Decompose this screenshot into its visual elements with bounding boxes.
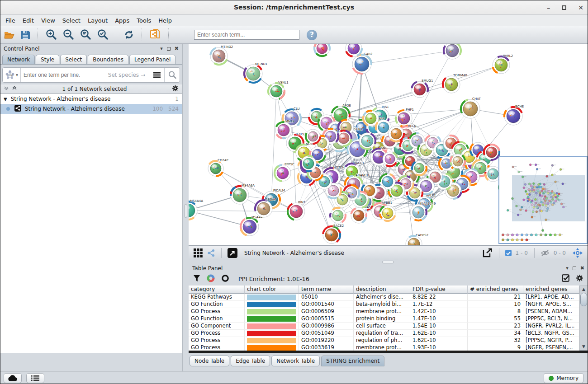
menu-file[interactable]: File	[2, 16, 19, 25]
selected-checkbox-icon[interactable]	[505, 250, 512, 256]
tree-expand-icon[interactable]: ▼	[4, 97, 7, 102]
table-row[interactable]: GO FunctionGO:0001540beta-amyloid bi...1…	[189, 301, 579, 308]
network-node[interactable]	[301, 156, 316, 171]
table-row[interactable]: GO ProcessGO:0033619membrane prot...1.93…	[189, 344, 579, 351]
zoom-out-icon[interactable]	[62, 28, 75, 41]
tab-select[interactable]: Select	[60, 55, 87, 64]
tab-boundaries[interactable]: Boundaries	[88, 55, 128, 64]
share-view-icon[interactable]	[207, 249, 215, 257]
grid-view-icon[interactable]	[194, 248, 203, 258]
network-node[interactable]: VSNL1	[268, 81, 289, 99]
column-header--enriched-genes[interactable]: # enriched genes	[468, 286, 523, 294]
table-row[interactable]: GO ProcessGO:0006509membrane prot...1.42…	[189, 308, 579, 315]
network-node[interactable]	[346, 44, 362, 56]
column-header-FDR-p-value[interactable]: FDR p-value	[410, 286, 468, 294]
splitter-grip[interactable]	[382, 261, 394, 263]
column-header-description[interactable]: description	[354, 286, 410, 294]
scrollbar-thumb[interactable]	[580, 293, 587, 306]
birds-eye-view[interactable]	[498, 156, 588, 244]
panel-float-icon[interactable]	[167, 47, 171, 51]
network-node[interactable]	[314, 44, 330, 56]
search-input[interactable]	[194, 30, 299, 40]
memory-button[interactable]: Memory	[544, 373, 583, 383]
scroll-up-icon[interactable]: ▲	[582, 286, 585, 293]
table-row[interactable]: GO ComponentGO:0009986cell surface1.54E-…	[189, 323, 579, 330]
pie-chart-icon[interactable]	[207, 274, 215, 284]
menu-tools[interactable]: Tools	[133, 16, 155, 25]
vertical-splitter[interactable]	[183, 44, 189, 371]
string-search-icon[interactable]	[164, 68, 180, 82]
network-node[interactable]: BCHE	[504, 105, 524, 125]
help-icon[interactable]: ?	[307, 30, 317, 40]
network-node[interactable]: SMUG1	[412, 79, 433, 98]
collapse-all-icon[interactable]	[4, 85, 9, 92]
table-vertical-scrollbar[interactable]: ▲ ▼	[579, 286, 588, 351]
set-species-label[interactable]: Set species →	[108, 72, 145, 78]
zoom-in-icon[interactable]	[45, 28, 57, 41]
column-header-enriched-genes[interactable]: enriched genes	[523, 286, 579, 294]
pan-compass-icon[interactable]	[572, 248, 583, 258]
network-node[interactable]: EFNA5	[351, 206, 371, 223]
network-node[interactable]	[412, 161, 427, 175]
zoom-fit-icon[interactable]	[79, 28, 92, 41]
tab-network[interactable]: Network	[2, 55, 35, 64]
network-node[interactable]: ADAMTS2	[444, 44, 469, 59]
table-row[interactable]: GO ProcessGO:0051049regulation of tra...…	[189, 330, 579, 337]
ring-chart-icon[interactable]	[221, 274, 229, 284]
tab-node-table[interactable]: Node Table	[190, 356, 229, 366]
network-collection-row[interactable]: ▼ String Network - Alzheimer's disease 1	[0, 94, 182, 104]
network-node[interactable]: CHAT	[461, 97, 481, 118]
copy-network-icon[interactable]	[149, 28, 161, 41]
network-node[interactable]	[359, 133, 375, 149]
table-row[interactable]: GO ProcessGO:0019220regulation of ph...1…	[189, 337, 579, 344]
open-external-icon[interactable]	[228, 248, 237, 258]
filter-icon[interactable]	[193, 275, 200, 283]
export-view-icon[interactable]	[482, 248, 493, 258]
network-node[interactable]	[450, 154, 465, 169]
tab-style[interactable]: Style	[36, 55, 59, 64]
cloud-button[interactable]	[4, 373, 22, 383]
gear-icon[interactable]	[576, 274, 583, 283]
minimize-button[interactable]: –	[547, 4, 550, 11]
network-node[interactable]: BIN1	[288, 201, 306, 220]
network-node[interactable]	[389, 126, 404, 141]
panel-close-icon[interactable]: ✖	[580, 265, 584, 271]
menu-layout[interactable]: Layout	[84, 16, 111, 25]
task-list-button[interactable]	[26, 373, 44, 383]
minimap-viewport[interactable]	[512, 175, 585, 221]
network-node[interactable]: MS4A4A	[189, 199, 203, 220]
column-header-chart-color[interactable]: chart color	[245, 286, 299, 294]
string-logo-dropdown[interactable]: STRING ▾	[3, 68, 21, 82]
string-options-icon[interactable]	[149, 68, 164, 82]
gear-icon[interactable]	[172, 85, 179, 93]
network-node[interactable]	[330, 208, 346, 223]
zoom-selected-icon[interactable]	[96, 28, 109, 41]
horizontal-splitter[interactable]	[189, 260, 588, 264]
network-node[interactable]	[306, 129, 320, 144]
table-horizontal-scrollbar[interactable]	[189, 351, 588, 353]
menu-help[interactable]: Help	[155, 16, 175, 25]
tab-string-enrichment[interactable]: STRING Enrichment	[321, 356, 384, 366]
network-node[interactable]: MME	[275, 120, 293, 138]
column-header-term-name[interactable]: term name	[299, 286, 354, 294]
network-node[interactable]: MS4A4E	[241, 215, 265, 236]
network-node[interactable]: CADPS2	[406, 234, 428, 245]
network-node[interactable]: PPP5C	[275, 163, 294, 181]
panel-close-icon[interactable]: ✖	[175, 46, 179, 52]
table-row[interactable]: KEGG Pathways05010Alzheimer's dise...8.8…	[189, 294, 579, 301]
tab-network-table[interactable]: Network Table	[271, 356, 320, 366]
menu-apps[interactable]: Apps	[111, 16, 133, 25]
menu-edit[interactable]: Edit	[19, 16, 38, 25]
network-node[interactable]	[380, 206, 395, 221]
network-node[interactable]	[484, 145, 499, 160]
network-node[interactable]: MS4A6A	[231, 184, 255, 204]
string-term-input[interactable]	[21, 72, 108, 78]
network-node[interactable]	[383, 152, 397, 166]
network-node[interactable]: KIAA1149	[410, 202, 436, 220]
network-node[interactable]: PHF1	[396, 108, 414, 126]
panel-menu-icon[interactable]: ▾	[566, 265, 569, 271]
hidden-eye-icon[interactable]	[541, 249, 550, 257]
network-node[interactable]: MT-ND1	[244, 62, 267, 83]
tab-edge-table[interactable]: Edge Table	[231, 356, 270, 366]
tab-legend-panel[interactable]: Legend Panel	[129, 55, 175, 64]
